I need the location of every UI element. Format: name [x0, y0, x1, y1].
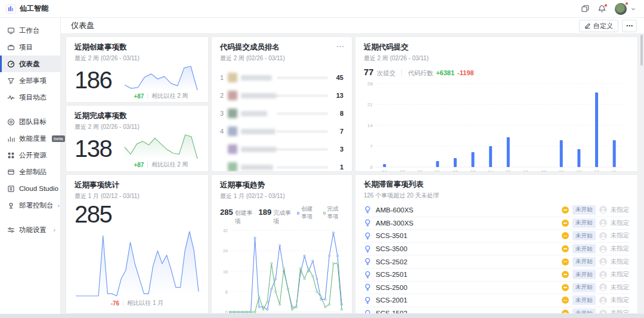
item-key[interactable]: SCS-3501	[376, 232, 407, 239]
sidebar-item-部署控制台[interactable]: 部署控制台›	[0, 197, 60, 214]
customize-button[interactable]: 自定义	[579, 20, 618, 32]
svg-text:14: 14	[367, 123, 373, 128]
stale-item-row[interactable]: AMB-300XS未开始未指定	[364, 217, 629, 230]
stale-item-row[interactable]: SCS-2502未开始未指定	[364, 255, 629, 268]
item-key[interactable]: AMB-600XS	[376, 206, 413, 214]
card-title: 近期事项统计	[75, 180, 200, 190]
stats-area-chart	[75, 230, 200, 297]
ranking-row: 1	[220, 158, 343, 172]
card-title: 近期完成事项数	[75, 111, 200, 121]
assignee-avatar-icon[interactable]	[599, 297, 607, 304]
stale-item-row[interactable]: SCS-3500未开始未指定	[364, 242, 629, 255]
assignee-avatar-icon[interactable]	[599, 283, 607, 291]
dashboard-icon	[7, 60, 15, 68]
assignee-label: 未指定	[611, 245, 630, 253]
assignee-label: 未指定	[611, 231, 630, 240]
legend-item-完成事项[interactable]: 完成事项	[323, 205, 343, 221]
sidebar-item-label: 效能度量	[19, 134, 47, 143]
ranking-more-button[interactable]: ⋯	[336, 42, 345, 51]
trend-line-chart: 081624321315171921232527010305070911	[220, 227, 345, 314]
delta-note: 相比以往 2 周	[151, 92, 188, 100]
item-key[interactable]: SCS-3500	[376, 245, 407, 252]
monitor-icon	[7, 27, 15, 35]
card-recent-items-trend: 近期事项趋势 最近 1 月 (02/12 - 03/11) 285 创建事项 1…	[211, 174, 352, 314]
member-avatar	[228, 73, 237, 82]
stale-item-row[interactable]: SCS-2001未开始未指定	[364, 294, 629, 307]
svg-text:10: 10	[594, 169, 599, 172]
commit-bar-chart: 071421282627280102030405060708091011	[364, 80, 627, 172]
user-avatar[interactable]	[615, 3, 627, 15]
notifications-bell-icon[interactable]	[598, 5, 606, 13]
stale-item-row[interactable]: SCS-2501未开始未指定	[364, 268, 629, 281]
svg-text:09: 09	[576, 169, 581, 172]
sidebar-item-全部事项[interactable]: 全部事项	[0, 72, 60, 89]
stale-item-row[interactable]: SCS-3501未开始未指定	[364, 229, 629, 242]
sidebar-item-项目动态[interactable]: 项目动态	[0, 89, 60, 106]
sidebar-item-效能度量[interactable]: 效能度量beta	[0, 130, 60, 147]
dashboard-more-button[interactable]: ⋯	[622, 20, 637, 32]
item-key[interactable]: AMB-300XS	[376, 220, 413, 227]
sidebar-item-全部制品[interactable]: 全部制品	[0, 163, 60, 180]
member-avatar	[228, 144, 237, 154]
not-started-status-icon	[562, 271, 569, 278]
svg-text:32: 32	[223, 228, 228, 233]
item-key[interactable]: SCS-2502	[376, 258, 407, 265]
sidebar-item-Cloud Studio[interactable]: Cloud Studio	[0, 180, 60, 197]
item-key[interactable]: SCS-2501	[376, 271, 407, 278]
sidebar-item-团队目标[interactable]: 团队目标	[0, 113, 60, 130]
brand[interactable]: 仙工智能	[6, 4, 48, 14]
commit-value: 7	[328, 128, 343, 135]
scrollbar-thumb[interactable]	[640, 35, 643, 66]
sidebar-item-公开资源[interactable]: 公开资源	[0, 147, 60, 163]
lines-label: 代码行数	[408, 69, 433, 78]
sidebar-item-功能设置[interactable]: 功能设置›	[0, 221, 60, 238]
item-key[interactable]: SCS-2500	[376, 284, 407, 291]
status-badge: 未开始	[572, 308, 596, 314]
brand-name: 仙工智能	[20, 4, 48, 14]
windows-icon[interactable]	[581, 5, 589, 13]
legend-ring-icon	[297, 212, 299, 215]
trend-completed-label: 完成事项	[273, 209, 292, 226]
legend-item-创建事项[interactable]: 创建事项	[297, 205, 317, 221]
svg-text:05: 05	[506, 169, 511, 172]
requirement-bulb-icon	[364, 283, 371, 291]
card-subtitle: 最近 2 周 (02/26 - 03/11)	[75, 54, 200, 63]
item-key[interactable]: SCS-2001	[376, 297, 407, 304]
cards-canvas: 近期创建事项数 最近 2 周 (02/26 - 03/11) 186 +87 相…	[61, 34, 644, 314]
assignee-avatar-icon[interactable]	[599, 310, 607, 314]
member-avatar	[228, 91, 237, 100]
assignee-avatar-icon[interactable]	[599, 271, 607, 279]
chevron-down-icon[interactable]	[631, 7, 636, 11]
not-started-status-icon	[562, 206, 569, 214]
stale-item-row[interactable]: SCS-1502未开始未指定	[364, 307, 629, 314]
metrics-icon	[7, 135, 15, 143]
ranking-list: 145213384731	[220, 69, 343, 172]
rank-number: 3	[220, 110, 227, 117]
pencil-icon	[584, 23, 591, 29]
sidebar-item-label: 功能设置	[19, 226, 47, 234]
sidebar-item-工作台[interactable]: 工作台	[0, 22, 60, 39]
assignee-avatar-icon[interactable]	[599, 219, 607, 227]
member-name-redacted	[241, 147, 277, 152]
stale-item-row[interactable]: SCS-2500未开始未指定	[364, 281, 629, 294]
sidebar-item-仪表盘[interactable]: 仪表盘	[0, 55, 60, 72]
assignee-avatar-icon[interactable]	[599, 232, 607, 240]
assignee-avatar-icon[interactable]	[599, 258, 607, 265]
commit-bar-track	[277, 112, 328, 115]
commit-value: 1	[328, 163, 343, 171]
stale-items-list: AMB-600XS未开始未指定AMB-300XS未开始未指定SCS-3501未开…	[364, 203, 629, 314]
item-key[interactable]: SCS-1502	[376, 310, 407, 314]
card-commit-member-ranking: 代码提交成员排名 最近 2 周 (02/26 - 03/11) ⋯ 145213…	[211, 36, 352, 172]
main-content: 仪表盘 自定义 ⋯ 近期创建事项数 最近 2 周 (02/26 - 03/11)…	[61, 18, 644, 314]
member-avatar	[228, 162, 237, 172]
svg-text:28: 28	[367, 81, 373, 87]
svg-text:26: 26	[382, 169, 387, 172]
assignee-avatar-icon[interactable]	[599, 206, 607, 214]
sidebar-item-项目[interactable]: 项目	[0, 39, 60, 55]
requirement-bulb-icon	[364, 219, 371, 227]
stale-item-row[interactable]: AMB-600XS未开始未指定	[364, 203, 629, 217]
card-subtitle: 最近 2 周 (02/26 - 03/11)	[75, 123, 200, 131]
svg-text:0: 0	[370, 165, 373, 170]
delta-note: 相比以往 1 月	[127, 299, 163, 307]
assignee-avatar-icon[interactable]	[599, 245, 607, 253]
